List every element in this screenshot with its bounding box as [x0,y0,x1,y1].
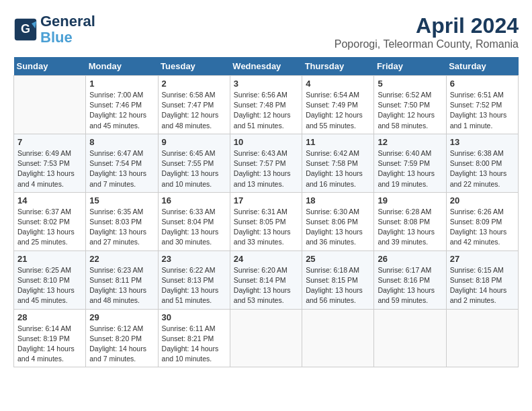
day-number: 12 [378,137,442,147]
week-row-1: 1Sunrise: 7:00 AM Sunset: 7:46 PM Daylig… [14,76,519,134]
calendar-cell: 12Sunrise: 6:40 AM Sunset: 7:59 PM Dayli… [374,134,446,192]
calendar-cell [302,309,374,367]
day-number: 24 [234,254,298,264]
calendar-cell [446,309,518,367]
day-info: Sunrise: 6:15 AM Sunset: 8:18 PM Dayligh… [450,265,515,306]
calendar-cell: 11Sunrise: 6:42 AM Sunset: 7:58 PM Dayli… [302,134,374,192]
calendar-cell [374,309,446,367]
calendar-cell: 20Sunrise: 6:26 AM Sunset: 8:09 PM Dayli… [446,192,518,250]
day-number: 28 [17,312,82,322]
day-info: Sunrise: 6:26 AM Sunset: 8:09 PM Dayligh… [450,207,515,248]
day-number: 2 [162,79,226,89]
week-row-4: 21Sunrise: 6:25 AM Sunset: 8:10 PM Dayli… [14,250,519,309]
calendar-cell: 22Sunrise: 6:23 AM Sunset: 8:11 PM Dayli… [86,250,158,309]
weekday-header-friday: Friday [374,57,446,76]
calendar-cell: 3Sunrise: 6:56 AM Sunset: 7:48 PM Daylig… [230,76,302,134]
calendar-cell: 5Sunrise: 6:52 AM Sunset: 7:50 PM Daylig… [374,76,446,134]
week-row-3: 14Sunrise: 6:37 AM Sunset: 8:02 PM Dayli… [14,192,519,250]
calendar-cell: 23Sunrise: 6:22 AM Sunset: 8:13 PM Dayli… [158,250,230,309]
day-info: Sunrise: 6:47 AM Sunset: 7:54 PM Dayligh… [89,148,154,189]
calendar-cell: 29Sunrise: 6:12 AM Sunset: 8:20 PM Dayli… [86,309,158,367]
page-header: G GeneralBlue April 2024 Poporogi, Teleo… [13,13,519,50]
day-info: Sunrise: 6:42 AM Sunset: 7:58 PM Dayligh… [306,148,370,189]
day-info: Sunrise: 6:30 AM Sunset: 8:06 PM Dayligh… [306,207,370,248]
day-info: Sunrise: 6:56 AM Sunset: 7:48 PM Dayligh… [234,90,298,131]
calendar-cell: 13Sunrise: 6:38 AM Sunset: 8:00 PM Dayli… [446,134,518,192]
day-number: 25 [306,254,370,264]
day-number: 3 [234,79,298,89]
calendar-cell [14,76,86,134]
day-info: Sunrise: 7:00 AM Sunset: 7:46 PM Dayligh… [89,90,154,131]
day-info: Sunrise: 6:28 AM Sunset: 8:08 PM Dayligh… [378,207,442,248]
logo-icon: G [13,17,38,42]
day-info: Sunrise: 6:58 AM Sunset: 7:47 PM Dayligh… [162,90,226,131]
weekday-header-tuesday: Tuesday [158,57,230,76]
day-info: Sunrise: 6:18 AM Sunset: 8:15 PM Dayligh… [306,265,370,306]
day-number: 21 [17,254,82,264]
location-subtitle: Poporogi, Teleorman County, Romania [335,38,519,50]
day-info: Sunrise: 6:12 AM Sunset: 8:20 PM Dayligh… [89,324,154,365]
calendar-cell: 26Sunrise: 6:17 AM Sunset: 8:16 PM Dayli… [374,250,446,309]
day-number: 30 [162,312,226,322]
day-info: Sunrise: 6:45 AM Sunset: 7:55 PM Dayligh… [162,148,226,189]
day-number: 11 [306,137,370,147]
day-info: Sunrise: 6:37 AM Sunset: 8:02 PM Dayligh… [17,207,82,248]
day-number: 8 [89,137,154,147]
calendar-cell: 16Sunrise: 6:33 AM Sunset: 8:04 PM Dayli… [158,192,230,250]
weekday-header-row: SundayMondayTuesdayWednesdayThursdayFrid… [14,57,519,76]
day-number: 4 [306,79,370,89]
weekday-header-sunday: Sunday [14,57,86,76]
calendar-cell: 25Sunrise: 6:18 AM Sunset: 8:15 PM Dayli… [302,250,374,309]
day-number: 29 [89,312,154,322]
logo: G GeneralBlue [13,13,95,46]
calendar-cell: 6Sunrise: 6:51 AM Sunset: 7:52 PM Daylig… [446,76,518,134]
calendar-cell: 10Sunrise: 6:43 AM Sunset: 7:57 PM Dayli… [230,134,302,192]
day-info: Sunrise: 6:33 AM Sunset: 8:04 PM Dayligh… [162,207,226,248]
day-number: 9 [162,137,226,147]
calendar-body: 1Sunrise: 7:00 AM Sunset: 7:46 PM Daylig… [14,76,519,367]
calendar-cell: 17Sunrise: 6:31 AM Sunset: 8:05 PM Dayli… [230,192,302,250]
day-number: 5 [378,79,442,89]
calendar-cell [230,309,302,367]
day-info: Sunrise: 6:43 AM Sunset: 7:57 PM Dayligh… [234,148,298,189]
day-number: 13 [450,137,515,147]
calendar-table: SundayMondayTuesdayWednesdayThursdayFrid… [13,57,519,367]
weekday-header-saturday: Saturday [446,57,518,76]
calendar-cell: 2Sunrise: 6:58 AM Sunset: 7:47 PM Daylig… [158,76,230,134]
day-info: Sunrise: 6:52 AM Sunset: 7:50 PM Dayligh… [378,90,442,131]
calendar-cell: 27Sunrise: 6:15 AM Sunset: 8:18 PM Dayli… [446,250,518,309]
day-info: Sunrise: 6:23 AM Sunset: 8:11 PM Dayligh… [89,265,154,306]
day-number: 20 [450,195,515,205]
day-number: 18 [306,195,370,205]
day-number: 10 [234,137,298,147]
title-block: April 2024 Poporogi, Teleorman County, R… [335,13,519,50]
day-info: Sunrise: 6:17 AM Sunset: 8:16 PM Dayligh… [378,265,442,306]
day-number: 17 [234,195,298,205]
day-number: 23 [162,254,226,264]
weekday-header-thursday: Thursday [302,57,374,76]
day-info: Sunrise: 6:22 AM Sunset: 8:13 PM Dayligh… [162,265,226,306]
calendar-cell: 21Sunrise: 6:25 AM Sunset: 8:10 PM Dayli… [14,250,86,309]
week-row-5: 28Sunrise: 6:14 AM Sunset: 8:19 PM Dayli… [14,309,519,367]
day-info: Sunrise: 6:51 AM Sunset: 7:52 PM Dayligh… [450,90,515,131]
calendar-cell: 30Sunrise: 6:11 AM Sunset: 8:21 PM Dayli… [158,309,230,367]
day-info: Sunrise: 6:20 AM Sunset: 8:14 PM Dayligh… [234,265,298,306]
week-row-2: 7Sunrise: 6:49 AM Sunset: 7:53 PM Daylig… [14,134,519,192]
day-number: 7 [17,137,82,147]
weekday-header-wednesday: Wednesday [230,57,302,76]
day-info: Sunrise: 6:49 AM Sunset: 7:53 PM Dayligh… [17,148,82,189]
logo-name: GeneralBlue [40,13,95,46]
day-number: 1 [89,79,154,89]
day-number: 27 [450,254,515,264]
calendar-cell: 14Sunrise: 6:37 AM Sunset: 8:02 PM Dayli… [14,192,86,250]
calendar-cell: 9Sunrise: 6:45 AM Sunset: 7:55 PM Daylig… [158,134,230,192]
calendar-cell: 4Sunrise: 6:54 AM Sunset: 7:49 PM Daylig… [302,76,374,134]
day-number: 19 [378,195,442,205]
day-number: 16 [162,195,226,205]
calendar-cell: 1Sunrise: 7:00 AM Sunset: 7:46 PM Daylig… [86,76,158,134]
svg-text:G: G [21,23,30,36]
day-info: Sunrise: 6:31 AM Sunset: 8:05 PM Dayligh… [234,207,298,248]
calendar-cell: 7Sunrise: 6:49 AM Sunset: 7:53 PM Daylig… [14,134,86,192]
day-info: Sunrise: 6:11 AM Sunset: 8:21 PM Dayligh… [162,324,226,365]
calendar-cell: 19Sunrise: 6:28 AM Sunset: 8:08 PM Dayli… [374,192,446,250]
